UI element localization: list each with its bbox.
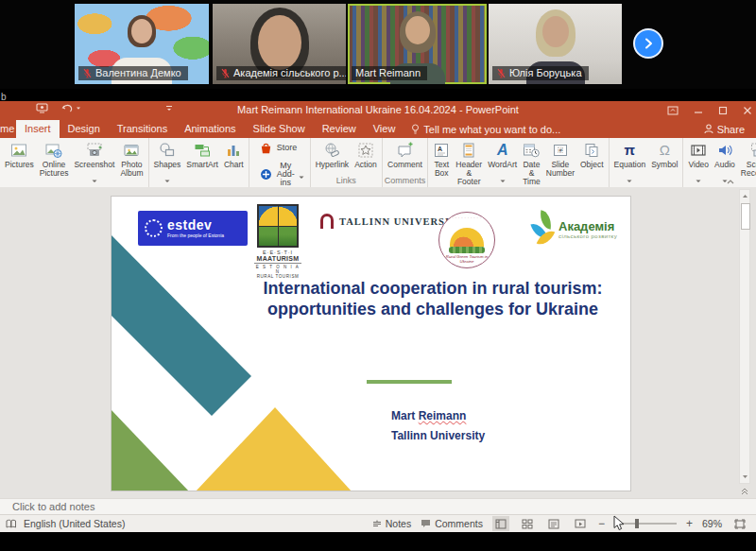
ribbon-button-shapes[interactable]: Shapes xyxy=(151,138,184,187)
tab-me-partial[interactable]: me xyxy=(0,120,16,138)
video-icon xyxy=(690,141,707,159)
slide-sorter-view-button[interactable] xyxy=(519,516,536,531)
zoom-in-button[interactable]: + xyxy=(686,519,693,528)
estdev-logo[interactable]: estdev From the people of Estonia xyxy=(138,211,248,246)
tab-view[interactable]: View xyxy=(365,120,404,138)
ribbon-button-text-box[interactable]: AText Box xyxy=(430,138,453,178)
tab-slide-show[interactable]: Slide Show xyxy=(245,120,314,138)
zoom-out-button[interactable]: − xyxy=(598,519,605,528)
slide-title-line2: opportunities and challenges for Ukraine xyxy=(267,300,598,319)
estonian-rural-tourism-logo[interactable]: E·E·S·T·I MAATURISM E S T O N I A N RURA… xyxy=(254,204,301,279)
share-label: Share xyxy=(717,124,745,135)
ribbon-button-comment[interactable]: Comment xyxy=(385,138,425,169)
ribbon-button-smartart[interactable]: SmartArt xyxy=(183,138,221,169)
vertical-scrollbar[interactable] xyxy=(739,189,750,484)
tab-animations[interactable]: Animations xyxy=(176,120,244,138)
participant-video-mart-reimann[interactable]: Mart Reimann xyxy=(348,4,487,84)
scroll-up-button[interactable] xyxy=(740,190,749,201)
dropdown-caret-icon xyxy=(696,170,701,187)
muted-mic-icon xyxy=(496,68,507,78)
akademia-logo[interactable]: Академія сільського розвитку xyxy=(533,211,617,249)
ribbon-button-my-add-ins[interactable]: My Add-ins xyxy=(255,161,308,188)
notes-placeholder: Click to add notes xyxy=(12,501,94,512)
tab-review[interactable]: Review xyxy=(314,120,365,138)
ribbon-button-screenshot[interactable]: Screenshot xyxy=(71,138,117,187)
share-button[interactable]: Share xyxy=(693,120,756,138)
estdev-wordmark: estdev xyxy=(167,219,224,232)
ribbon-button-action[interactable]: Action xyxy=(352,138,380,169)
scrollbar-thumb[interactable] xyxy=(741,203,750,230)
participant-video-валентина-демко[interactable]: Валентина Демко xyxy=(75,4,209,84)
slide-editing-area: estdev From the people of Estonia E·E·S·… xyxy=(0,187,756,498)
spell-check-status-button[interactable] xyxy=(6,519,17,529)
fit-slide-to-window-button[interactable] xyxy=(731,516,748,531)
ribbon-button-header-footer[interactable]: Header & Footer xyxy=(453,138,485,186)
slide-canvas[interactable]: estdev From the people of Estonia E·E·S·… xyxy=(111,196,631,491)
start-presentation-icon[interactable] xyxy=(36,103,48,113)
tab-insert[interactable]: Insert xyxy=(16,120,60,138)
my-add-ins-icon xyxy=(259,165,273,183)
notes-pane[interactable]: Click to add notes xyxy=(0,498,756,514)
scroll-down-button[interactable] xyxy=(740,471,749,482)
ribbon-button-video[interactable]: Video xyxy=(685,138,712,187)
ribbon-button-chart[interactable]: Chart xyxy=(221,138,247,169)
undo-button[interactable] xyxy=(61,103,81,113)
customize-qat-button[interactable] xyxy=(165,104,173,112)
tell-me-box[interactable]: Tell me what you want to do... xyxy=(404,120,568,138)
green-accent-line xyxy=(367,380,452,384)
notes-toggle-button[interactable]: Notes xyxy=(372,518,411,529)
participant-name-label: Валентина Демко xyxy=(78,66,188,80)
screenshot-icon xyxy=(86,141,103,159)
zoom-slider-thumb[interactable] xyxy=(635,519,639,528)
ribbon-button-symbol[interactable]: ΩSymbol xyxy=(648,138,680,169)
reading-view-button[interactable] xyxy=(545,516,562,531)
slide-title-textbox[interactable]: International cooperation in rural touri… xyxy=(244,278,622,319)
previous-slide-button[interactable] xyxy=(741,488,748,495)
language-status[interactable]: English (United States) xyxy=(24,518,125,529)
chevron-right-icon xyxy=(643,38,654,49)
ribbon-button-wordart[interactable]: AWordArt xyxy=(485,138,520,187)
ribbon-button-slide-number[interactable]: #Slide Number xyxy=(543,138,577,178)
object-icon xyxy=(583,141,600,159)
dropdown-caret-icon xyxy=(627,170,632,187)
slideshow-view-button[interactable] xyxy=(572,516,589,531)
normal-view-button[interactable] xyxy=(492,516,509,531)
participant-video-юлія-боруцька[interactable]: Юлія Боруцька xyxy=(489,4,622,84)
stained-glass-icon xyxy=(257,204,299,248)
tab-design[interactable]: Design xyxy=(60,120,109,138)
ribbon-button-store[interactable]: Store xyxy=(255,138,301,158)
tab-transitions[interactable]: Transitions xyxy=(109,120,176,138)
ribbon-button-date-time[interactable]: Date & Time xyxy=(520,138,543,186)
status-bar: English (United States) Notes Comments xyxy=(0,514,756,532)
author-textbox[interactable]: Mart Reimann Tallinn University xyxy=(391,406,485,446)
text-box-icon: A xyxy=(433,141,450,159)
ribbon-display-options-button[interactable] xyxy=(667,106,679,115)
close-button[interactable] xyxy=(743,106,752,115)
slide-number-icon: # xyxy=(552,141,569,159)
zoom-slider[interactable] xyxy=(614,523,677,525)
header-footer-icon xyxy=(460,141,477,159)
ribbon-group-symbols: πEquationΩSymbolSymbols xyxy=(610,138,684,187)
participant-name-label: Mart Reimann xyxy=(352,66,427,80)
comments-toggle-button[interactable]: Comments xyxy=(421,518,483,529)
symbol-icon: Ω xyxy=(660,141,670,159)
rural-green-tourism-logo[interactable]: · · · · · · · · · · Rural Green Tourism … xyxy=(438,212,495,268)
ribbon-button-pictures[interactable]: Pictures xyxy=(2,138,37,169)
dropdown-caret-icon xyxy=(164,170,170,187)
estdev-tagline: From the people of Estonia xyxy=(167,232,224,238)
ribbon-button-object[interactable]: Object xyxy=(577,138,607,169)
ribbon-button-hyperlink[interactable]: Hyperlink xyxy=(313,138,352,169)
author-name: Mart Reimann xyxy=(391,406,485,426)
participant-video-академія-сільського-р[interactable]: Академія сільського р... xyxy=(213,4,346,84)
ribbon-button-screen-recording[interactable]: Screen Recording xyxy=(738,138,756,178)
ribbon-group-links: HyperlinkActionLinks xyxy=(311,138,383,187)
ribbon: PicturesOnline PicturesScreenshotPhoto A… xyxy=(0,138,756,188)
maximize-button[interactable] xyxy=(718,106,728,115)
minimize-button[interactable] xyxy=(694,106,703,115)
zoom-percentage[interactable]: 69% xyxy=(702,518,722,529)
photo-album-icon xyxy=(123,141,140,159)
next-participants-button[interactable] xyxy=(633,28,663,59)
window-controls xyxy=(667,101,752,120)
ribbon-group-label: Comments xyxy=(385,176,426,187)
ribbon-button-equation[interactable]: πEquation xyxy=(611,138,649,187)
